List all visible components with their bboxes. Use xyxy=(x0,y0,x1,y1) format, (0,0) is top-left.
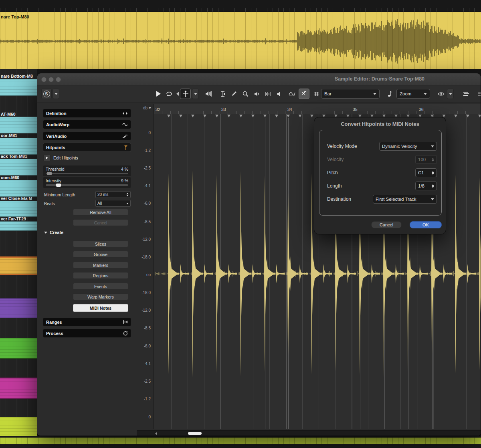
audio-event[interactable] xyxy=(0,180,37,197)
musical-mode-button[interactable] xyxy=(299,89,309,99)
close-icon[interactable] xyxy=(41,77,46,82)
create-regions-button[interactable]: Regions xyxy=(73,272,128,279)
track-label: nare Bottom-M8 xyxy=(1,74,33,79)
scrub-tool-button[interactable] xyxy=(180,89,191,99)
chevron-down-icon[interactable] xyxy=(149,107,151,109)
slider-thumb[interactable] xyxy=(47,172,52,175)
scrub-playback-button[interactable] xyxy=(263,89,273,99)
audio-event[interactable] xyxy=(0,117,37,133)
eye-icon xyxy=(438,92,445,96)
solo-dropdown[interactable] xyxy=(53,89,59,99)
tool-dropdown[interactable] xyxy=(192,89,199,99)
dialog-ok-button[interactable]: OK xyxy=(410,221,442,228)
setup-button[interactable] xyxy=(475,89,481,99)
quantize-note-button[interactable] xyxy=(385,89,394,99)
speaker-tool-button[interactable] xyxy=(203,89,214,99)
variaudio-icon xyxy=(122,134,128,138)
stepper-arrows[interactable] xyxy=(432,184,434,188)
db-tick-label: -8.5 xyxy=(144,326,151,330)
zoom-dropdown[interactable]: Zoom xyxy=(396,89,430,99)
audio-event[interactable] xyxy=(0,159,37,176)
audio-event[interactable] xyxy=(0,201,37,217)
intensity-slider[interactable]: Intensity 9 % xyxy=(43,177,131,188)
view-options-dropdown[interactable] xyxy=(447,89,454,99)
length-row: Length 1/8 xyxy=(327,181,437,191)
create-warp-markers-button[interactable]: Warp Markers xyxy=(73,293,128,300)
audio-event[interactable] xyxy=(0,298,37,318)
db-scale: db 0-1.2-2.5-4.1-6.0-8.5-12.0-18.0-oo-18… xyxy=(137,104,154,429)
solo-button[interactable]: S xyxy=(41,89,52,99)
section-hitpoints[interactable]: Hitpoints xyxy=(43,143,131,151)
arrange-timeline[interactable] xyxy=(0,0,481,12)
dialog-cancel-button[interactable]: Cancel xyxy=(371,221,402,228)
chevron-down-icon xyxy=(449,93,452,95)
intensity-value: 9 % xyxy=(121,178,128,183)
create-midi-notes-button[interactable]: MIDI Notes xyxy=(73,304,128,312)
stepper-arrows[interactable] xyxy=(432,171,434,175)
length-value: 1/8 xyxy=(418,184,424,188)
audition-volume-button[interactable] xyxy=(274,89,284,99)
velocity-mode-dropdown[interactable]: Dynamic Velocity xyxy=(379,142,437,151)
edit-hitpoints-row[interactable]: Edit Hitpoints xyxy=(43,154,131,161)
arrange-event-snare-top[interactable]: nare Top-M80 xyxy=(0,12,481,69)
edit-hitpoints-button[interactable] xyxy=(43,155,51,161)
range-select-tool-button[interactable] xyxy=(218,89,228,99)
length-stepper[interactable]: 1/8 xyxy=(415,182,437,190)
audio-event[interactable] xyxy=(0,138,37,155)
audio-event[interactable] xyxy=(0,221,37,231)
scrollbar-thumb[interactable] xyxy=(188,432,202,435)
collapse-arrow-icon[interactable] xyxy=(175,89,180,99)
section-ranges[interactable]: Ranges xyxy=(43,318,131,326)
bar-number: 32 xyxy=(156,107,160,112)
window-titlebar[interactable]: Sample Editor: Drums-Snare Top-M80 xyxy=(37,73,481,85)
slider-track[interactable] xyxy=(46,173,128,174)
pitch-stepper[interactable]: C1 xyxy=(415,168,437,177)
chevron-down-icon xyxy=(194,93,197,95)
section-label: Process xyxy=(46,331,63,336)
create-events-button[interactable]: Events xyxy=(73,283,128,290)
minimize-icon[interactable] xyxy=(49,77,54,82)
remove-all-button[interactable]: Remove All xyxy=(73,209,128,216)
editor-ruler[interactable]: 3233343536 xyxy=(154,104,481,114)
arrange-bottom-strip xyxy=(0,436,481,448)
grid-type-dropdown[interactable]: Bar xyxy=(321,89,380,99)
audio-event[interactable] xyxy=(0,256,37,275)
destination-dropdown[interactable]: First Selected Track xyxy=(373,195,437,204)
slider-track[interactable] xyxy=(46,184,128,186)
draw-tool-button[interactable] xyxy=(229,89,239,99)
audio-event[interactable] xyxy=(0,377,37,399)
zoom-tool-button[interactable] xyxy=(240,89,251,99)
min-length-stepper[interactable]: 20 ms xyxy=(95,191,131,198)
grid-icon[interactable] xyxy=(312,89,320,99)
audio-event[interactable] xyxy=(0,79,37,96)
layers-button[interactable] xyxy=(461,89,472,99)
threshold-slider[interactable]: Threshold 4 % xyxy=(43,165,131,176)
layers-icon xyxy=(463,91,470,97)
audio-event[interactable] xyxy=(0,438,481,444)
horizontal-scrollbar[interactable] xyxy=(137,430,481,436)
track-label: ver Close-Ela M xyxy=(1,196,32,201)
maximize-icon[interactable] xyxy=(56,77,61,82)
audio-event[interactable] xyxy=(0,338,37,359)
audition-play-button[interactable] xyxy=(154,89,163,99)
slider-thumb[interactable] xyxy=(56,184,61,187)
chevron-down-icon xyxy=(424,93,427,95)
view-options-button[interactable] xyxy=(436,89,446,99)
create-section-header[interactable]: Create xyxy=(44,230,63,235)
create-slices-button[interactable]: Slices xyxy=(73,240,128,247)
hash-grid-icon xyxy=(314,91,319,97)
section-variaudio[interactable]: VariAudio xyxy=(43,132,131,140)
create-markers-button[interactable]: Markers xyxy=(73,262,128,268)
stepper-arrows xyxy=(432,158,434,161)
playback-tool-button[interactable] xyxy=(251,89,262,99)
snap-zero-crossing-button[interactable] xyxy=(287,89,297,99)
section-audiowarp[interactable]: AudioWarp xyxy=(43,120,131,129)
beats-dropdown[interactable]: All xyxy=(95,200,131,207)
create-groove-button[interactable]: Groove xyxy=(73,251,128,258)
section-definition[interactable]: Definition xyxy=(43,109,131,117)
scroll-left-icon[interactable] xyxy=(155,432,157,435)
section-process[interactable]: Process xyxy=(43,329,131,337)
section-label: Ranges xyxy=(46,320,62,325)
stepper-arrows[interactable] xyxy=(126,193,129,196)
audition-loop-button[interactable] xyxy=(164,89,174,99)
